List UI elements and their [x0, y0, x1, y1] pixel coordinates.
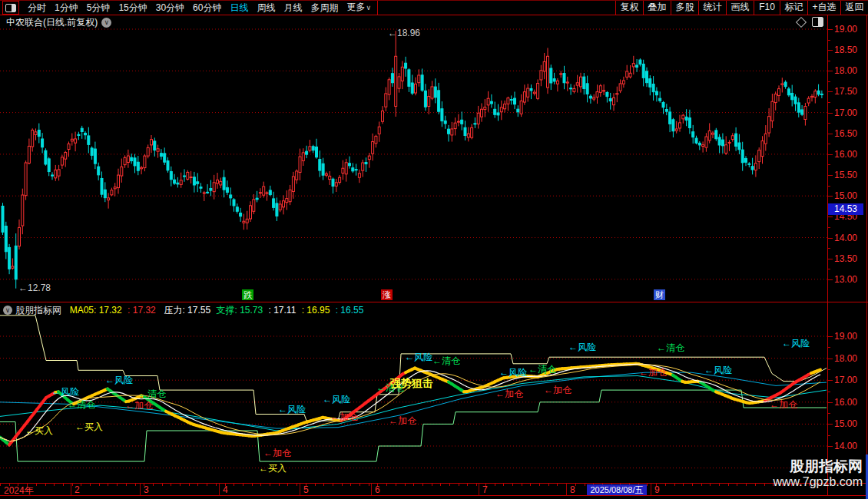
signal-annotation-0: ←风险 [51, 386, 79, 397]
indicator-header-part-2: : 17.32 [128, 305, 161, 316]
period-tab-3[interactable]: 15分钟 [118, 2, 147, 15]
period-tab-6[interactable]: 日线 [230, 2, 248, 15]
action-button-0[interactable]: 复权 [615, 1, 643, 15]
axis-border-left [827, 15, 828, 495]
action-button-7[interactable]: +自选 [807, 1, 840, 15]
signal-annotation-2: ←清仓 [68, 399, 95, 410]
signal-annotation-1: ←风险 [105, 375, 133, 385]
chevron-down-icon: ∨ [366, 4, 371, 12]
action-button-6[interactable]: 标记 [780, 1, 807, 15]
action-button-4[interactable]: 画线 [726, 1, 754, 15]
watermark-title: 股朋指标网 [774, 458, 863, 475]
signal-annotation-16: ←清仓 [432, 355, 460, 366]
main-candlestick-chart[interactable]: ←18.96←12.78跌涨财 [0, 15, 827, 302]
signal-annotation-14: 强势狙击 [389, 377, 433, 389]
low-annotation: ←12.78 [18, 283, 51, 293]
signal-annotation-8: ←风险 [323, 394, 350, 405]
signal-annotation-24: ←风险 [704, 365, 732, 375]
period-tab-0[interactable]: 分时 [28, 2, 46, 15]
date-label-2: 3 [144, 484, 149, 495]
signal-annotation-19: ←清仓 [528, 364, 556, 375]
date-label-1: 2 [75, 484, 80, 495]
svg-text:财: 财 [655, 290, 664, 299]
action-toolbar: 复权叠加多股统计画线F10标记+自选返回 [615, 1, 868, 15]
last-price-badge: 14.53 [828, 203, 863, 215]
signal-annotation-12: ←加仓 [389, 415, 416, 426]
chevron-down-icon[interactable]: ∨ [3, 306, 12, 315]
action-button-5[interactable]: F10 [754, 1, 780, 15]
event-marker-1: 涨 [381, 289, 393, 300]
signal-annotation-4: ←加仓 [125, 400, 153, 411]
main-gridlines [0, 29, 827, 279]
indicator-header-part-6: : 16.95 [302, 305, 333, 316]
date-label-5: 6 [375, 484, 380, 495]
event-marker-0: 跌 [242, 289, 253, 300]
signal-annotation-18: ←风险 [499, 367, 527, 378]
period-toolbar: 分时1分钟5分钟15分钟30分钟60分钟日线周线月线多周期更多∨ [0, 1, 378, 15]
period-tab-5[interactable]: 60分钟 [193, 2, 221, 15]
signal-annotation-3: ←清仓 [138, 388, 166, 399]
date-label-6: 7 [482, 484, 488, 495]
signal-annotation-21: ←风险 [568, 342, 596, 352]
signal-annotation-23: ←加仓 [639, 367, 667, 378]
action-button-1[interactable]: 叠加 [643, 1, 671, 15]
signal-annotation-5: ←买入 [25, 425, 53, 436]
date-label-8: 9 [654, 484, 660, 495]
action-button-8[interactable]: 返回 [840, 1, 868, 15]
svg-text:跌: 跌 [244, 290, 253, 299]
price-axis: 19.0018.5018.0017.5017.0016.5016.0015.50… [827, 15, 868, 495]
signal-annotation-9: ←加仓 [263, 448, 291, 458]
window-border-right [866, 15, 867, 454]
period-tab-9[interactable]: 多周期 [310, 2, 338, 15]
panel-divider [0, 302, 868, 302]
indicator-header-part-5: : 17.11 [269, 305, 299, 316]
period-tab-1[interactable]: 1分钟 [55, 2, 78, 15]
signal-annotation-20: ←加仓 [544, 385, 571, 395]
high-annotation: ←18.96 [388, 28, 420, 38]
watermark-url: www.7gpzb.com [774, 475, 863, 489]
signal-annotation-15: ←风险 [405, 352, 432, 362]
date-label-3: 4 [223, 484, 228, 495]
current-date-badge: 2025/08/08/五 [587, 484, 647, 495]
event-marker-2: 财 [654, 289, 665, 300]
action-button-3[interactable]: 统计 [698, 1, 726, 15]
signal-annotation-10: ←买入 [259, 463, 287, 474]
axis-border-bottom [0, 495, 868, 496]
period-tab-2[interactable]: 5分钟 [87, 2, 111, 15]
date-axis: 2024年234567892025/08/08/五 [0, 484, 827, 495]
svg-text:涨: 涨 [383, 290, 391, 299]
indicator-header-part-7: : 16.55 [336, 305, 364, 316]
signal-annotation-25: ←加仓 [770, 399, 797, 410]
date-label-4: 5 [303, 484, 309, 495]
period-tab-4[interactable]: 30分钟 [156, 2, 184, 15]
layout-split-button[interactable] [2, 1, 19, 15]
indicator-header-part-1: MA05: 17.32 [70, 305, 124, 316]
indicator-header: ∨ 股朋指标网 MA05: 17.32 : 17.32 压力: 17.55 支撑… [3, 305, 363, 316]
top-toolbar: 分时1分钟5分钟15分钟30分钟60分钟日线周线月线多周期更多∨ 复权叠加多股统… [0, 0, 868, 15]
signal-annotation-17: ←加仓 [495, 388, 523, 399]
signal-annotation-22: ←清仓 [657, 342, 684, 353]
watermark: 股朋指标网 www.7gpzb.com [774, 458, 863, 489]
period-tab-10[interactable]: 更多∨ [346, 1, 371, 15]
signal-annotation-7: ←风险 [278, 404, 306, 415]
action-button-2[interactable]: 多股 [671, 1, 698, 15]
split-pane-icon [5, 4, 16, 12]
period-tab-8[interactable]: 月线 [283, 2, 302, 15]
date-label-7: 8 [570, 484, 575, 495]
signal-annotation-26: ←风险 [782, 338, 810, 349]
indicator-chart[interactable]: ←风险←风险←清仓←清仓←加仓←买入←买入←风险←风险←加仓←买入←加仓←加仓←… [0, 315, 827, 483]
candles [2, 31, 823, 289]
signal-annotation-11: ←加仓 [330, 411, 358, 422]
signal-annotation-6: ←买入 [75, 421, 103, 432]
period-tab-7[interactable]: 周线 [257, 2, 275, 15]
